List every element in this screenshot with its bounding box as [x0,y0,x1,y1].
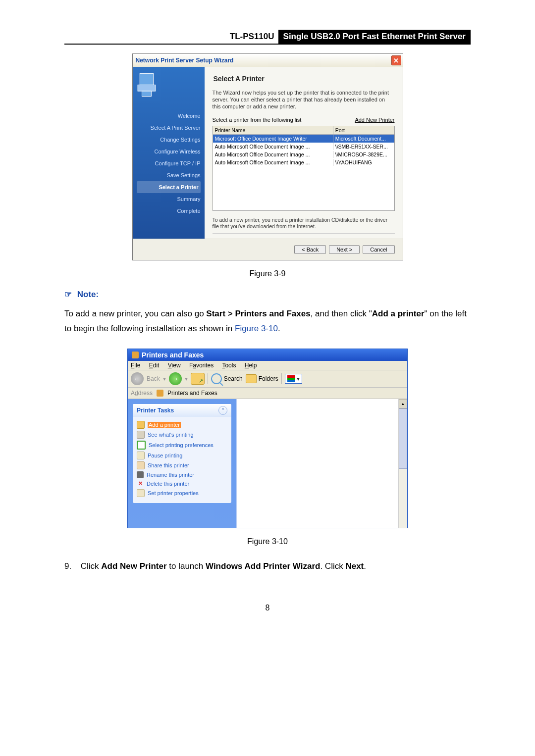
folder-icon [246,374,257,383]
step-configure-tcpip: Configure TCP / IP [137,157,201,169]
svg-rect-1 [138,85,156,91]
note-label: Note: [77,290,99,299]
task-see-printing[interactable]: See what's printing [137,430,227,440]
forward-icon[interactable]: → [169,372,182,385]
scrollbar[interactable]: ▴ [398,399,407,528]
menu-file[interactable]: File [131,362,140,369]
figure-caption-3-10: Figure 3-10 [64,537,471,546]
task-share[interactable]: Share this printer [137,460,227,470]
menu-bar[interactable]: File Edit View Favorites Tools Help [128,361,407,370]
printer-row[interactable]: Auto Microsoft Office Document Image ...… [213,151,394,158]
views-button[interactable]: ▾ [285,374,302,384]
col-port[interactable]: Port [333,126,394,134]
printer-name-cell: Microsoft Office Document Image Writer [213,135,333,142]
window-title: Printers and Faxes [142,351,204,359]
delete-icon: ✕ [137,480,144,487]
address-label: Address [131,390,153,397]
svg-rect-2 [142,91,151,97]
cancel-button[interactable]: Cancel [363,245,394,254]
figure-link[interactable]: Figure 3-10 [235,324,278,333]
model-label: TL-PS110U [226,30,278,44]
col-printer-name[interactable]: Printer Name [213,126,333,134]
printer-row[interactable]: Auto Microsoft Office Document Image ...… [213,143,394,151]
hand-icon [137,461,145,469]
task-add-printer[interactable]: Add a printer [137,420,227,430]
printer-icon [137,72,158,99]
page-number: 8 [64,604,471,612]
wizard-hint: To add a new printer, you need a printer… [213,217,395,233]
up-folder-icon[interactable] [191,373,205,385]
step-configure-wireless: Configure Wireless [137,146,201,157]
task-rename[interactable]: Rename this printer [137,470,227,479]
step-welcome: Welcome [137,110,201,122]
add-new-printer-link[interactable]: Add New Printer [355,117,394,123]
next-button[interactable]: Next > [329,245,360,254]
task-properties[interactable]: Set printer properties [137,488,227,498]
printer-row[interactable]: Auto Microsoft Office Document Image ...… [213,158,394,166]
back-icon[interactable]: ← [131,372,144,385]
folders-button[interactable]: Folders [246,374,278,383]
close-icon[interactable]: ✕ [391,55,401,65]
task-select-prefs[interactable]: Select printing preferences [137,440,227,451]
wizard-heading: Select A Printer [214,75,395,83]
printer-name-cell: Auto Microsoft Office Document Image ... [213,151,333,158]
back-button[interactable]: < Back [294,245,326,254]
step-9: 9. Click Add New Printer to launch Windo… [64,559,471,574]
menu-favorites[interactable]: Favorites [189,362,214,369]
search-icon [211,373,222,384]
properties-icon [137,489,145,497]
svg-rect-0 [140,73,153,85]
printer-port-cell: Microsoft Document... [333,135,394,142]
printer-port-cell: \\YAOHUIFANG [333,159,394,166]
address-bar: Address Printers and Faxes [128,388,407,399]
content-area: ▴ [237,399,407,528]
toolbar: ← Back ▾ → ▾ Search Folders ▾ [128,370,407,388]
task-pause[interactable]: Pause printing [137,451,227,460]
address-icon [157,390,163,397]
printer-row[interactable]: Microsoft Office Document Image Writer M… [213,135,394,143]
add-printer-icon [137,421,145,429]
select-printer-label: Select a printer from the following list [213,117,302,123]
step-select-server: Select A Print Server [137,122,201,134]
step-complete: Complete [137,205,201,217]
doc-title: Single USB2.0 Port Fast Ethernet Print S… [278,30,471,44]
printer-list[interactable]: Printer Name Port Microsoft Office Docum… [213,126,395,211]
collapse-icon[interactable]: ⌃ [218,406,227,415]
pause-icon [137,452,145,459]
figure-caption-3-9: Figure 3-9 [64,269,471,278]
window-icon [132,352,139,358]
menu-tools[interactable]: Tools [222,362,236,369]
tasks-pane: Printer Tasks ⌃ Add a printer See what's… [128,399,237,528]
doc-icon [137,431,145,439]
step-summary: Summary [137,193,201,205]
step-save-settings: Save Settings [137,169,201,181]
address-value[interactable]: Printers and Faxes [167,390,217,397]
printer-name-cell: Auto Microsoft Office Document Image ... [213,159,333,166]
menu-edit[interactable]: Edit [149,362,160,369]
rename-icon [137,471,144,478]
note-icon: ☞ [64,290,72,299]
wizard-description: The Wizard now helps you set up the prin… [213,90,395,110]
step-select-printer: Select a Printer [137,181,201,193]
menu-help[interactable]: Help [245,362,257,369]
search-button[interactable]: Search [211,373,243,384]
printers-faxes-window: Printers and Faxes File Edit View Favori… [127,349,408,528]
scroll-up-icon[interactable]: ▴ [399,399,407,408]
window-titlebar: Printers and Faxes [128,349,407,361]
printer-port-cell: \\MICROSOF-3829E... [333,151,394,158]
menu-view[interactable]: View [168,362,181,369]
printer-port-cell: \\SMB-ER51XX-SER... [333,143,394,150]
task-delete[interactable]: ✕Delete this printer [137,479,227,488]
setup-wizard-dialog: Network Print Server Setup Wizard ✕ Welc… [132,53,403,260]
wizard-steps-sidebar: Welcome Select A Print Server Change Set… [133,67,205,239]
note-text: To add a new printer, you can also go St… [64,306,471,337]
printer-name-cell: Auto Microsoft Office Document Image ... [213,143,333,150]
back-label[interactable]: Back [147,375,160,382]
wizard-titlebar: Network Print Server Setup Wizard ✕ [133,54,403,67]
check-icon [137,441,146,450]
tasks-header: Printer Tasks [137,407,174,414]
step-change-settings: Change Settings [137,134,201,146]
views-icon [287,375,295,382]
scroll-thumb[interactable] [399,408,407,469]
wizard-title: Network Print Server Setup Wizard [136,57,234,64]
